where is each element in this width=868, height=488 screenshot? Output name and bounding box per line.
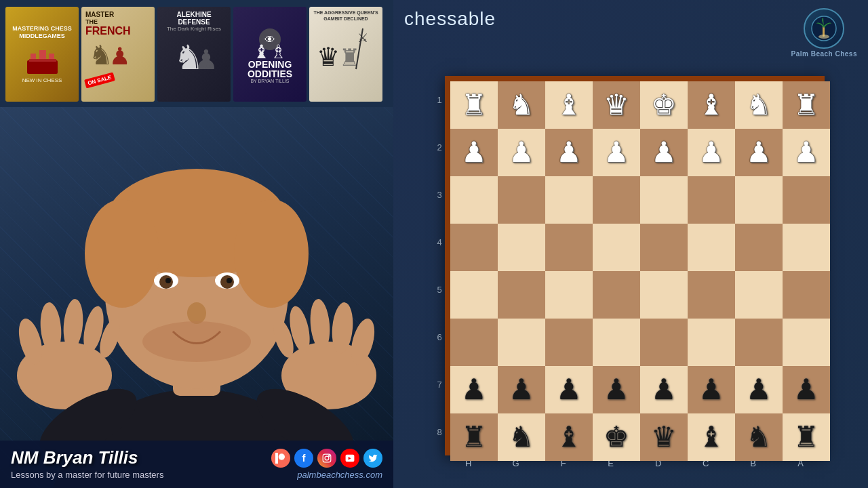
square-r1c4[interactable]: ♛ <box>593 81 640 129</box>
square-r7c8[interactable]: ♟ <box>783 366 830 413</box>
square-r6c6[interactable] <box>688 319 735 366</box>
piece-r1c6: ♝ <box>698 91 724 119</box>
book-thumb-4[interactable]: 👁 ♝♗ OPENING ODDITIES BY BRYAN TILLIS <box>233 7 307 102</box>
svg-point-28 <box>187 302 206 324</box>
rank-labels: 1 2 3 4 5 6 7 8 <box>437 76 444 455</box>
square-r2c5[interactable]: ♟ <box>640 129 688 176</box>
square-r8c8[interactable]: ♜ <box>783 413 830 461</box>
book1-chess-icon <box>24 40 61 77</box>
palm-beach-circle <box>804 8 844 49</box>
square-r8c7[interactable]: ♞ <box>735 413 783 461</box>
piece-r7c1: ♟ <box>461 375 487 404</box>
square-r4c6[interactable] <box>688 224 735 271</box>
square-r5c8[interactable] <box>783 271 830 319</box>
square-r8c6[interactable]: ♝ <box>688 413 735 461</box>
square-r8c2[interactable]: ♞ <box>498 413 545 461</box>
square-r3c3[interactable] <box>545 176 593 224</box>
square-r5c1[interactable] <box>450 271 498 319</box>
square-r5c2[interactable] <box>498 271 545 319</box>
square-r3c4[interactable] <box>593 176 640 224</box>
square-r2c3[interactable]: ♟ <box>545 129 593 176</box>
square-r7c4[interactable]: ♟ <box>593 366 640 413</box>
square-r3c2[interactable] <box>498 176 545 224</box>
square-r2c6[interactable]: ♟ <box>688 129 735 176</box>
square-r2c7[interactable]: ♟ <box>735 129 783 176</box>
square-r5c6[interactable] <box>688 271 735 319</box>
piece-r2c7: ♟ <box>746 138 772 167</box>
piece-r1c3: ♝ <box>556 91 582 119</box>
square-r8c3[interactable]: ♝ <box>545 413 593 461</box>
youtube-icon[interactable] <box>340 449 359 468</box>
svg-text:♟: ♟ <box>109 43 130 69</box>
square-r7c7[interactable]: ♟ <box>735 366 783 413</box>
rank-label-3: 3 <box>437 171 441 218</box>
book-thumb-3[interactable]: ALEKHINE DEFENSE The Dark Knight Rises ♞… <box>157 7 231 102</box>
book-thumb-5[interactable]: THE AGGRESSIVE QUEEN'S GAMBIT DECLINED ♛… <box>309 7 382 102</box>
square-r4c8[interactable] <box>783 224 830 271</box>
square-r1c5[interactable]: ♚ <box>640 81 688 129</box>
square-r3c7[interactable] <box>735 176 783 224</box>
square-r1c1[interactable]: ♜ <box>450 81 498 129</box>
square-r4c5[interactable] <box>640 224 688 271</box>
square-r6c3[interactable] <box>545 319 593 366</box>
square-r6c7[interactable] <box>735 319 783 366</box>
rank-label-1: 1 <box>437 76 441 123</box>
square-r3c6[interactable] <box>688 176 735 224</box>
square-r7c1[interactable]: ♟ <box>450 366 498 413</box>
piece-r8c5: ♛ <box>651 423 677 451</box>
svg-text:♟: ♟ <box>194 45 218 75</box>
square-r1c2[interactable]: ♞ <box>498 81 545 129</box>
square-r5c5[interactable] <box>640 271 688 319</box>
book2-the: THE <box>85 18 98 25</box>
square-r4c1[interactable] <box>450 224 498 271</box>
square-r8c5[interactable]: ♛ <box>640 413 688 461</box>
twitter-icon[interactable] <box>363 449 382 468</box>
book4-subtitle: BY BRYAN TILLIS <box>250 79 289 83</box>
book-thumb-1[interactable]: MASTERING CHESS MIDDLEGAMES NEW IN CHESS <box>5 7 79 102</box>
book5-art: ♛ ♜ ⚔ <box>315 22 376 76</box>
square-r6c1[interactable] <box>450 319 498 366</box>
square-r1c8[interactable]: ♜ <box>783 81 830 129</box>
rank-label-5: 5 <box>437 266 441 313</box>
square-r6c4[interactable] <box>593 319 640 366</box>
right-header: chessable Palm Beach Chess <box>404 8 857 58</box>
piece-r8c6: ♝ <box>698 423 724 451</box>
piece-r8c7: ♞ <box>746 423 772 451</box>
square-r2c2[interactable]: ♟ <box>498 129 545 176</box>
square-r6c8[interactable] <box>783 319 830 366</box>
square-r4c7[interactable] <box>735 224 783 271</box>
patreon-icon[interactable] <box>271 449 290 468</box>
facebook-icon[interactable]: f <box>294 449 313 468</box>
square-r4c4[interactable] <box>593 224 640 271</box>
square-r6c5[interactable] <box>640 319 688 366</box>
square-r5c7[interactable] <box>735 271 783 319</box>
square-r4c3[interactable] <box>545 224 593 271</box>
square-r2c1[interactable]: ♟ <box>450 129 498 176</box>
square-r3c1[interactable] <box>450 176 498 224</box>
square-r8c1[interactable]: ♜ <box>450 413 498 461</box>
square-r7c6[interactable]: ♟ <box>688 366 735 413</box>
square-r3c5[interactable] <box>640 176 688 224</box>
square-r6c2[interactable] <box>498 319 545 366</box>
square-r1c7[interactable]: ♞ <box>735 81 783 129</box>
books-bar: MASTERING CHESS MIDDLEGAMES NEW IN CHESS… <box>0 0 393 107</box>
square-r2c4[interactable]: ♟ <box>593 129 640 176</box>
on-sale-badge: ON SALE <box>84 73 115 89</box>
square-r1c6[interactable]: ♝ <box>688 81 735 129</box>
piece-r8c2: ♞ <box>509 423 534 451</box>
instagram-icon[interactable] <box>317 449 336 468</box>
book-thumb-2[interactable]: MASTER THE FRENCH ♞ ♟ ON SALE <box>81 7 155 102</box>
square-r7c3[interactable]: ♟ <box>545 366 593 413</box>
square-r7c5[interactable]: ♟ <box>640 366 688 413</box>
chess-board[interactable]: ♜♞♝♛♚♝♞♜♟♟♟♟♟♟♟♟♟♟♟♟♟♟♟♟♜♞♝♚♛♝♞♜ <box>445 76 825 455</box>
square-r3c8[interactable] <box>783 176 830 224</box>
square-r5c3[interactable] <box>545 271 593 319</box>
square-r8c4[interactable]: ♚ <box>593 413 640 461</box>
piece-r2c6: ♟ <box>698 138 724 167</box>
square-r4c2[interactable] <box>498 224 545 271</box>
right-panel: chessable Palm Beach Chess 1 2 <box>393 0 868 488</box>
square-r5c4[interactable] <box>593 271 640 319</box>
square-r7c2[interactable]: ♟ <box>498 366 545 413</box>
square-r2c8[interactable]: ♟ <box>783 129 830 176</box>
square-r1c3[interactable]: ♝ <box>545 81 593 129</box>
